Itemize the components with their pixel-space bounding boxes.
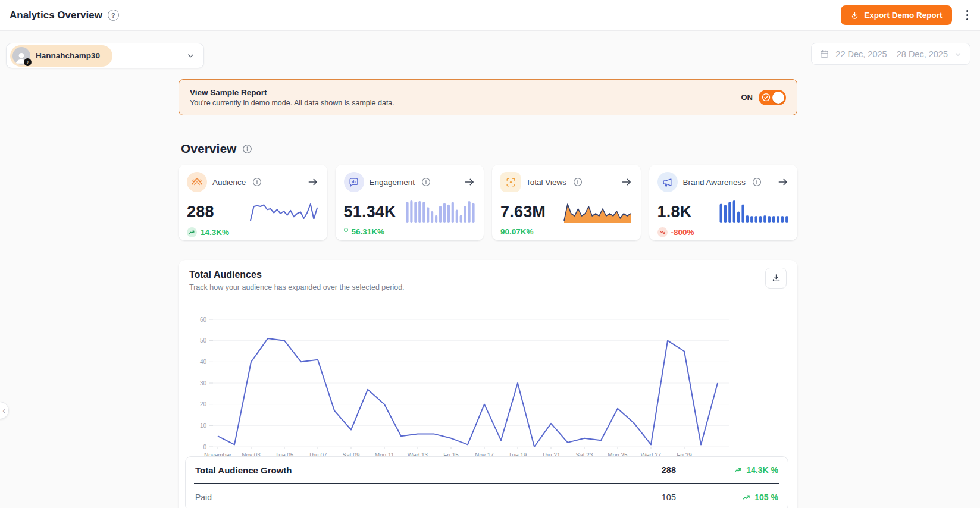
trend-down-icon xyxy=(657,227,668,237)
card-label: Audience xyxy=(212,178,246,187)
info-icon[interactable] xyxy=(242,144,252,154)
sample-report-toggle[interactable] xyxy=(759,90,786,105)
card-change-value: 56.31K% xyxy=(352,227,385,236)
help-icon[interactable]: ? xyxy=(108,10,119,21)
info-icon[interactable] xyxy=(573,177,583,187)
card-value: 7.63M xyxy=(500,203,546,221)
audience-icon xyxy=(187,172,207,192)
arrow-right-icon[interactable] xyxy=(621,176,633,188)
top-bar: Analytics Overview ? Export Demo Report xyxy=(0,0,980,31)
account-name: Hannahchamp30 xyxy=(36,51,100,60)
engagement-sparkline xyxy=(405,199,475,224)
audience-sparkline xyxy=(249,199,319,224)
svg-text:20: 20 xyxy=(200,401,207,407)
svg-text:0: 0 xyxy=(203,444,206,450)
arrow-right-icon[interactable] xyxy=(307,176,319,188)
trend-up-icon xyxy=(187,227,197,237)
info-icon[interactable] xyxy=(252,177,262,187)
table-row: Paid 105 105 % xyxy=(194,484,779,508)
info-icon[interactable] xyxy=(752,177,762,187)
brand-awareness-icon xyxy=(657,172,678,192)
download-icon xyxy=(850,11,859,20)
download-icon xyxy=(771,273,781,283)
brand-awareness-card: Brand Awareness 1.8K -800% xyxy=(649,165,798,240)
svg-text:10: 10 xyxy=(200,422,207,429)
toggle-knob xyxy=(772,92,784,104)
kebab-menu-icon[interactable] xyxy=(964,8,971,23)
sample-report-banner: View Sample Report You're currently in d… xyxy=(179,79,797,115)
toolbar-row: ♪ Hannahchamp30 22 Dec, 2025 – 28 Dec, 2… xyxy=(6,43,970,68)
page-title: Analytics Overview xyxy=(10,10,102,21)
account-pill: ♪ Hannahchamp30 xyxy=(10,45,112,67)
card-change-value: -800% xyxy=(671,228,694,237)
sidebar-collapse-button[interactable]: ‹ xyxy=(0,402,9,419)
card-value: 51.34K xyxy=(344,203,396,221)
svg-text:60: 60 xyxy=(200,316,207,323)
row-value: 288 xyxy=(634,465,676,475)
total-views-card: Total Views 7.63M 90.07K% xyxy=(492,165,641,240)
export-demo-report-button[interactable]: Export Demo Report xyxy=(841,5,951,25)
tiktok-badge-icon: ♪ xyxy=(24,58,32,66)
svg-text:40: 40 xyxy=(200,359,207,365)
row-value: 105 xyxy=(634,493,676,502)
arrow-right-icon[interactable] xyxy=(464,176,475,188)
table-row: Total Audience Growth 288 14.3K % xyxy=(194,457,779,484)
engagement-icon xyxy=(344,172,364,192)
dot-icon xyxy=(344,228,348,232)
card-change-value: 14.3K% xyxy=(201,228,229,237)
avatar: ♪ xyxy=(12,47,30,65)
row-label: Total Audience Growth xyxy=(195,465,634,475)
info-icon[interactable] xyxy=(421,177,431,187)
brand-awareness-sparkline xyxy=(719,199,789,224)
audience-growth-table: Total Audience Growth 288 14.3K % Paid 1… xyxy=(185,456,788,508)
card-label: Brand Awareness xyxy=(683,178,746,187)
row-label: Paid xyxy=(195,493,634,502)
row-change: 105 % xyxy=(754,493,778,502)
total-audiences-card: Total Audiences Track how your audience … xyxy=(179,260,797,508)
trend-up-icon xyxy=(743,493,751,501)
svg-text:50: 50 xyxy=(200,337,207,344)
export-button-label: Export Demo Report xyxy=(864,11,942,20)
chevron-down-icon xyxy=(186,51,195,60)
engagement-card: Engagement 51.34K 56.31K% xyxy=(336,165,484,240)
banner-subtitle: You're currently in demo mode. All data … xyxy=(190,99,394,107)
calendar-icon xyxy=(819,49,829,59)
overview-title: Overview xyxy=(181,142,236,156)
card-label: Engagement xyxy=(370,178,415,187)
card-value: 1.8K xyxy=(657,203,692,221)
analytics-dashboard: { "header": { "title": "Analytics Overvi… xyxy=(0,0,980,508)
card-label: Total Views xyxy=(526,178,566,187)
audience-card: Audience 288 14.3K% xyxy=(179,165,327,240)
date-range-label: 22 Dec, 2025 – 28 Dec, 2025 xyxy=(835,49,948,59)
trend-up-icon xyxy=(734,466,743,474)
total-audiences-chart: 0102030405060NovemberNov 03Tue 05Thu 07S… xyxy=(189,302,734,461)
check-circle-icon xyxy=(762,93,771,102)
chart-subtitle: Track how your audience has expanded ove… xyxy=(189,283,787,291)
row-change: 14.3K % xyxy=(746,465,778,475)
toggle-state-label: ON xyxy=(741,93,753,102)
chevron-down-icon xyxy=(954,50,962,58)
total-views-sparkline xyxy=(562,199,633,224)
arrow-right-icon[interactable] xyxy=(777,176,789,188)
total-views-icon xyxy=(500,172,521,192)
date-range-picker[interactable]: 22 Dec, 2025 – 28 Dec, 2025 xyxy=(811,43,970,65)
banner-title: View Sample Report xyxy=(190,88,394,97)
chart-download-button[interactable] xyxy=(765,268,787,289)
card-change-value: 90.07K% xyxy=(500,227,534,236)
kpi-cards-row: Audience 288 14.3K% Engagement xyxy=(179,165,797,240)
card-value: 288 xyxy=(187,203,214,221)
svg-text:30: 30 xyxy=(200,380,207,387)
chart-title: Total Audiences xyxy=(189,269,787,280)
account-selector[interactable]: ♪ Hannahchamp30 xyxy=(6,43,204,68)
